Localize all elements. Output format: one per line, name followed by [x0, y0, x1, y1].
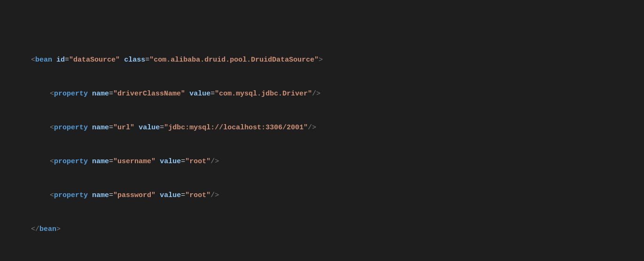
property-driver: <property name="driverClassName" value="… — [14, 77, 630, 111]
attr-name-2: name — [92, 124, 109, 132]
attr-name-val-3: "username" — [113, 158, 155, 166]
attr-value-4: value — [160, 191, 181, 199]
attr-id: id — [56, 56, 65, 64]
attr-value-val-3: "root" — [185, 158, 210, 166]
attr-name-val-2: "url" — [113, 124, 134, 132]
code-editor: <bean id="dataSource" class="com.alibaba… — [0, 0, 644, 261]
attr-value-val-1: "com.mysql.jdbc.Driver" — [215, 90, 312, 98]
attr-name-val-1: "driverClassName" — [113, 90, 185, 98]
attr-class: class — [124, 56, 145, 64]
property-tag-4: property — [54, 191, 88, 199]
property-password: <property name="password" value="root"/> — [14, 179, 630, 213]
attr-name-val-4: "password" — [113, 191, 155, 199]
attr-name-4: name — [92, 191, 109, 199]
property-tag-1: property — [54, 90, 88, 98]
spacer — [14, 246, 630, 255]
attr-class-val: "com.alibaba.druid.pool.DruidDataSource" — [149, 56, 318, 64]
comment-line-2 — [14, 255, 630, 261]
attr-value-2: value — [139, 124, 160, 132]
attr-value-1: value — [189, 90, 210, 98]
property-tag-3: property — [54, 158, 88, 166]
open-bracket: < — [31, 56, 35, 64]
attr-name-1: name — [92, 90, 109, 98]
bean-datasource-close: </bean> — [14, 213, 630, 246]
property-username: <property name="username" value="root"/> — [14, 145, 630, 179]
attr-value-val-4: "root" — [185, 191, 210, 199]
attr-name-3: name — [92, 158, 109, 166]
bean-datasource-open: <bean id="dataSource" class="com.alibaba… — [14, 43, 630, 77]
bean-tag: bean — [35, 56, 52, 64]
bean-close-tag-1: bean — [39, 225, 56, 233]
attr-value-3: value — [160, 158, 181, 166]
property-url: <property name="url" value="jdbc:mysql:/… — [14, 111, 630, 145]
comment-line-1 — [14, 9, 630, 43]
property-tag-2: property — [54, 124, 88, 132]
attr-value-val-2: "jdbc:mysql://localhost:3306/2001" — [164, 124, 308, 132]
attr-id-val: "dataSource" — [69, 56, 120, 64]
